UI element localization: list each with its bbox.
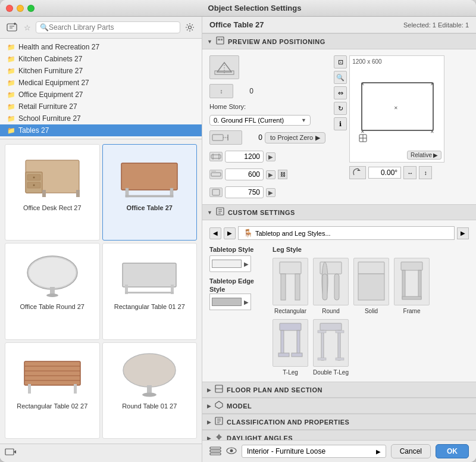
right-panel: Office Table 27 Selected: 1 Editable: 1 … [202, 17, 476, 462]
classification-section-header[interactable]: ▶ CLASSIFICATION AND PROPERTIES [202, 414, 476, 430]
nav-next-button[interactable]: ▶ [224, 227, 236, 239]
nav-prev-button[interactable]: ◀ [209, 227, 221, 239]
thumb-office-table-round[interactable]: Office Table Round 27 [5, 243, 100, 339]
search-magnifier-icon: 🔍 [40, 23, 49, 32]
thumb-office-table[interactable]: Office Table 27 [102, 144, 198, 241]
svg-rect-76 [401, 262, 422, 270]
dim1-arrow-button[interactable]: ▶ [266, 152, 275, 161]
canvas-pan-btn[interactable]: ⇔ [334, 86, 347, 99]
leg-double-t-leg-img [313, 319, 349, 367]
close-button[interactable] [6, 5, 13, 12]
daylight-section-title: DAYLIGHT ANGLES [227, 435, 293, 441]
tree-item-kitchen-cabinets[interactable]: 📁 Kitchen Cabinets 27 [0, 53, 202, 65]
favorites-button[interactable]: ☆ [21, 21, 33, 33]
leg-frame[interactable]: Frame [394, 258, 430, 314]
thumb-rect-table-02[interactable]: Rectangular Table 02 27 [5, 342, 100, 439]
dim3-arrow-button[interactable]: ▶ [266, 188, 275, 197]
library-icon[interactable] [5, 20, 19, 35]
svg-rect-14 [121, 163, 177, 190]
svg-marker-37 [14, 450, 16, 454]
tree-item-medical[interactable]: 📁 Medical Equipment 27 [0, 77, 202, 89]
svg-rect-74 [358, 262, 384, 274]
3d-preview-icon [209, 55, 239, 79]
maximize-button[interactable] [27, 5, 35, 12]
model-icon [215, 401, 223, 411]
custom-section-header[interactable]: ▼ CUSTOM SETTINGS [202, 204, 476, 220]
leg-double-t-leg-label: Double T-Leg [313, 369, 349, 376]
leg-frame-label: Frame [403, 308, 421, 314]
daylight-section-header[interactable]: ▶ DAYLIGHT ANGLES [202, 430, 476, 440]
thumb-label-0: Office Desk Rect 27 [23, 204, 82, 211]
right-header: Office Table 27 Selected: 1 Editable: 1 [202, 17, 476, 33]
floor-plan-arrow-icon: ▶ [207, 387, 211, 393]
tabletop-style-arrow-icon[interactable]: ▶ [244, 261, 249, 267]
cancel-button[interactable]: Cancel [391, 444, 431, 458]
canvas-rotate-btn[interactable]: ↻ [334, 102, 347, 115]
project-zero-button[interactable]: to Project Zero ▶ [265, 132, 325, 143]
nav-expand-button[interactable]: ▶ [457, 227, 469, 239]
svg-rect-69 [295, 274, 300, 300]
edge-style-preview[interactable]: ▶ [209, 294, 251, 310]
tree-item-health[interactable]: 📁 Health and Recreation 27 [0, 41, 202, 53]
tree-item-retail[interactable]: 📁 Retail Furniture 27 [0, 101, 202, 113]
svg-rect-81 [281, 330, 284, 354]
folder-icon: 📁 [7, 91, 15, 99]
home-story-dropdown[interactable]: 0. Ground FFL (Current) ▼ [209, 115, 311, 126]
link-icon[interactable]: ⛓ [278, 170, 287, 179]
dim3-input[interactable] [225, 186, 264, 198]
elevation-icon: ↕ [209, 84, 233, 98]
thumb-rect-table-01[interactable]: Rectangular Table 01 27 [102, 243, 198, 339]
dim2-arrow-button[interactable]: ▶ [266, 170, 275, 179]
classification-arrow-icon: ▶ [207, 419, 211, 425]
dim2-icon [209, 170, 223, 179]
layer-icon [209, 446, 221, 457]
leg-solid[interactable]: Solid [353, 258, 389, 314]
rotation-input[interactable] [368, 167, 401, 179]
thumb-label-2: Office Table Round 27 [20, 303, 84, 310]
elevation-row: ↕ 0 [209, 84, 325, 98]
dim1-input[interactable] [225, 151, 264, 163]
tree-item-kitchen-furniture[interactable]: 📁 Kitchen Furniture 27 [0, 65, 202, 77]
svg-rect-12 [42, 190, 46, 197]
canvas-info-btn[interactable]: ℹ [334, 117, 347, 130]
svg-rect-13 [76, 190, 80, 197]
canvas-zoom-btn[interactable]: 🔍 [334, 71, 347, 84]
svg-text:✕: ✕ [430, 129, 434, 135]
svg-rect-88 [318, 330, 326, 333]
preview-section-header[interactable]: ▼ PREVIEW AND POSITIONING [202, 33, 476, 49]
thumb-round-table-01[interactable]: Round Table 01 27 [102, 342, 198, 439]
search-input[interactable] [49, 23, 176, 32]
thumb-image-rect-table-02 [17, 346, 88, 400]
leg-round[interactable]: Round [313, 258, 349, 314]
minimize-button[interactable] [17, 5, 24, 12]
place-icon[interactable] [5, 447, 17, 460]
svg-rect-25 [125, 292, 174, 294]
leg-t-leg-label: T-Leg [283, 369, 298, 376]
visibility-icon[interactable] [226, 447, 237, 457]
dim2-input[interactable] [225, 168, 264, 180]
model-section-header[interactable]: ▶ MODEL [202, 398, 476, 414]
daylight-arrow-icon: ▶ [207, 435, 211, 441]
layer-dropdown[interactable]: Interior - Furniture Loose ▶ [242, 445, 386, 458]
svg-rect-40 [221, 39, 223, 40]
canvas-view-btn[interactable]: ⊡ [334, 55, 347, 68]
relative-button[interactable]: Relative ▶ [407, 151, 441, 160]
edge-style-arrow-icon[interactable]: ▶ [244, 299, 249, 305]
tree-item-school[interactable]: 📁 School Furniture 27 [0, 113, 202, 124]
settings-icon[interactable] [183, 20, 197, 35]
mirror-y-icon[interactable]: ↕ [419, 166, 432, 179]
floor-plan-section-header[interactable]: ▶ FLOOR PLAN AND SECTION [202, 382, 476, 398]
leg-t-leg[interactable]: T-Leg [273, 319, 308, 376]
leg-double-t-leg[interactable]: Double T-Leg [313, 319, 349, 376]
thumb-office-desk-rect[interactable]: Office Desk Rect 27 [5, 144, 100, 241]
tree-item-office-equipment[interactable]: 📁 Office Equipment 27 [0, 89, 202, 101]
mirror-x-icon[interactable]: ↔ [403, 166, 416, 179]
edge-style-rect [212, 298, 242, 306]
tree-item-tables[interactable]: 📁 Tables 27 [0, 124, 202, 136]
svg-rect-22 [123, 263, 176, 287]
tabletop-style-preview[interactable]: ▶ [209, 255, 251, 272]
rotation-row: ↔ ↕ [349, 166, 444, 179]
ok-button[interactable]: OK [436, 444, 469, 458]
dim1-row: ▶ [209, 151, 325, 163]
leg-rectangular[interactable]: Rectangular [273, 258, 308, 314]
